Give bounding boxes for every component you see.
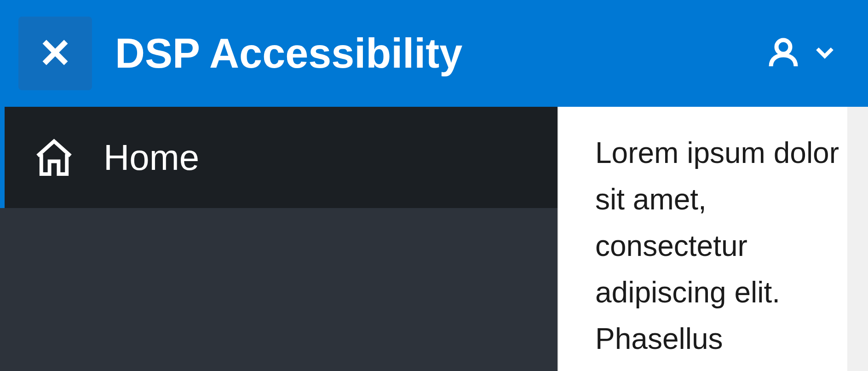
user-icon [767,36,800,71]
app-header: DSP Accessibility [0,0,868,107]
sidebar: Home [0,107,558,371]
scrollbar[interactable] [847,107,868,371]
sidebar-spacer [0,208,558,371]
chevron-down-icon [814,41,836,65]
main-content: Lorem ipsum dolor sit amet, consectetur … [558,107,868,371]
sidebar-item-home[interactable]: Home [0,107,558,208]
svg-point-2 [776,40,790,54]
content-area: Home Lorem ipsum dolor sit amet, consect… [0,107,868,371]
sidebar-item-label: Home [103,137,199,179]
close-icon [39,36,71,70]
body-text: Lorem ipsum dolor sit amet, consectetur … [595,130,852,363]
user-menu-button[interactable] [767,36,850,71]
app-title: DSP Accessibility [115,30,462,77]
close-button[interactable] [18,17,92,90]
home-icon [32,136,76,180]
